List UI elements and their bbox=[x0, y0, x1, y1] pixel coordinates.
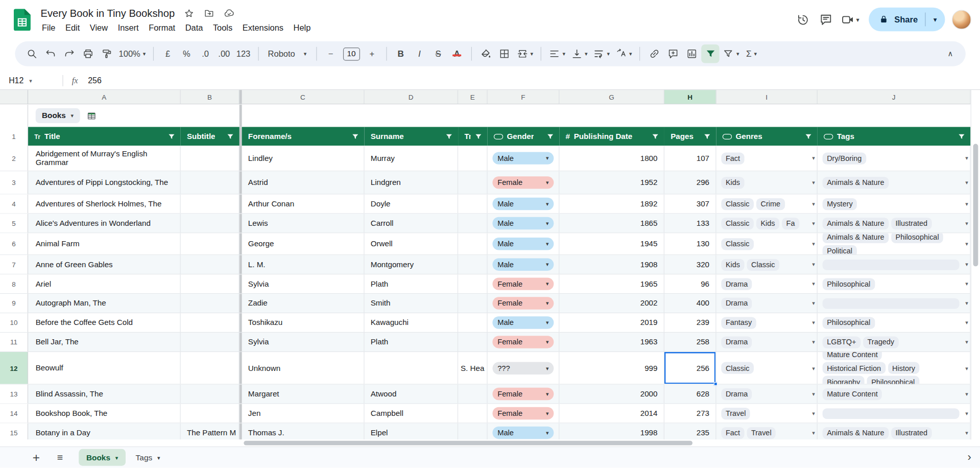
text-color-button[interactable]: A bbox=[448, 44, 466, 63]
collapse-toolbar-button[interactable]: ∧ bbox=[948, 50, 959, 58]
menu-extensions[interactable]: Extensions bbox=[237, 22, 289, 34]
cell-A9[interactable]: Autograph Man, The bbox=[28, 294, 181, 313]
gender-dropdown[interactable]: Male▾ bbox=[492, 217, 554, 229]
cell-H5[interactable]: 133 bbox=[664, 214, 716, 233]
table-column-header-pages[interactable]: Pages bbox=[664, 127, 716, 146]
cell-G11[interactable]: 1963 bbox=[559, 333, 664, 352]
cell-C4[interactable]: Arthur Conan bbox=[242, 195, 365, 214]
cell-J7[interactable]: ▾ bbox=[818, 255, 971, 274]
cell-A15[interactable]: Botany in a Day bbox=[28, 424, 181, 440]
tags-dropdown-icon[interactable]: ▾ bbox=[965, 339, 968, 345]
cell-C5[interactable]: Lewis bbox=[242, 214, 365, 233]
empty-cell[interactable] bbox=[242, 104, 971, 127]
cell-A14[interactable]: Bookshop Book, The bbox=[28, 404, 181, 423]
genres-dropdown-icon[interactable]: ▾ bbox=[812, 410, 815, 416]
cell-E5[interactable] bbox=[458, 214, 488, 233]
cell-F6[interactable]: Male▾ bbox=[488, 233, 560, 254]
cell-J9[interactable]: ▾ bbox=[818, 294, 971, 313]
gender-dropdown[interactable]: Female▾ bbox=[492, 176, 554, 189]
gender-dropdown[interactable]: Female▾ bbox=[492, 297, 554, 309]
cell-G7[interactable]: 1908 bbox=[559, 255, 664, 274]
name-box-dropdown-icon[interactable]: ▾ bbox=[29, 77, 32, 83]
cell-J11[interactable]: LGBTQ+Tragedy▾ bbox=[818, 333, 971, 352]
tags-dropdown-icon[interactable]: ▾ bbox=[965, 262, 968, 268]
row-header-15[interactable]: 15 bbox=[0, 424, 28, 440]
cell-F5[interactable]: Male▾ bbox=[488, 214, 560, 233]
cell-J13[interactable]: Mature Content▾ bbox=[818, 385, 971, 404]
column-filter-icon[interactable] bbox=[474, 132, 483, 141]
column-header-E[interactable]: E bbox=[458, 90, 488, 104]
gender-dropdown[interactable]: Male▾ bbox=[492, 427, 554, 439]
cell-I15[interactable]: FactTravel▾ bbox=[716, 424, 818, 440]
cell-D14[interactable]: Campbell bbox=[365, 404, 459, 423]
menu-insert[interactable]: Insert bbox=[113, 22, 144, 34]
genres-dropdown-icon[interactable]: ▾ bbox=[812, 430, 815, 436]
row-header-6[interactable]: 6 bbox=[0, 233, 28, 254]
gender-dropdown[interactable]: Male▾ bbox=[492, 258, 554, 270]
cell-I13[interactable]: Drama▾ bbox=[716, 385, 818, 404]
cell-E9[interactable] bbox=[458, 294, 488, 313]
cell-C7[interactable]: L. M. bbox=[242, 255, 365, 274]
fill-color-button[interactable] bbox=[476, 44, 494, 63]
increase-font-size-button[interactable]: + bbox=[363, 44, 381, 63]
cell-E4[interactable] bbox=[458, 195, 488, 214]
borders-button[interactable] bbox=[495, 44, 513, 63]
cell-J4[interactable]: Mystery▾ bbox=[818, 195, 971, 214]
column-header-H[interactable]: H bbox=[664, 90, 716, 104]
genres-dropdown-icon[interactable]: ▾ bbox=[812, 281, 815, 287]
genres-dropdown-icon[interactable]: ▾ bbox=[812, 262, 815, 268]
cell-F3[interactable]: Female▾ bbox=[488, 171, 560, 194]
cell-I6[interactable]: Classic▾ bbox=[716, 233, 818, 254]
column-filter-icon[interactable] bbox=[703, 132, 711, 141]
column-header-A[interactable]: A bbox=[28, 90, 181, 104]
cell-B3[interactable] bbox=[181, 171, 240, 194]
cell-I2[interactable]: Fact▾ bbox=[716, 146, 818, 171]
genres-dropdown-icon[interactable]: ▾ bbox=[812, 300, 815, 306]
genres-dropdown-icon[interactable]: ▾ bbox=[812, 179, 815, 185]
column-header-F[interactable]: F bbox=[488, 90, 560, 104]
gender-dropdown[interactable]: ???▾ bbox=[492, 362, 554, 374]
comments-icon[interactable] bbox=[818, 11, 834, 28]
select-all-corner[interactable] bbox=[0, 90, 28, 104]
cell-A11[interactable]: Bell Jar, The bbox=[28, 333, 181, 352]
menu-edit[interactable]: Edit bbox=[60, 22, 85, 34]
cell-G4[interactable]: 1892 bbox=[559, 195, 664, 214]
cell-E10[interactable] bbox=[458, 313, 488, 332]
table-name-chip[interactable]: Books▾ bbox=[36, 108, 80, 123]
cell-C10[interactable]: Toshikazu bbox=[242, 313, 365, 332]
genres-dropdown-icon[interactable]: ▾ bbox=[812, 155, 815, 161]
column-filter-icon[interactable] bbox=[546, 132, 555, 141]
cell-E7[interactable] bbox=[458, 255, 488, 274]
cell-A8[interactable]: Ariel bbox=[28, 274, 181, 293]
column-filter-icon[interactable] bbox=[445, 132, 453, 141]
selection-fill-handle[interactable] bbox=[714, 382, 718, 386]
column-header-D[interactable]: D bbox=[365, 90, 459, 104]
cell-D3[interactable]: Lindgren bbox=[365, 171, 459, 194]
table-column-header-publishing-date[interactable]: #Publishing Date bbox=[559, 127, 664, 146]
cell-C3[interactable]: Astrid bbox=[242, 171, 365, 194]
cell-B2[interactable] bbox=[181, 146, 240, 171]
tags-dropdown-icon[interactable]: ▾ bbox=[965, 201, 968, 207]
filter-views-button[interactable]: ▾ bbox=[720, 44, 742, 63]
cell-H14[interactable]: 273 bbox=[664, 404, 716, 423]
cell-B7[interactable] bbox=[181, 255, 240, 274]
percent-format-button[interactable]: % bbox=[178, 44, 196, 63]
text-rotation-button[interactable]: ▾ bbox=[613, 44, 634, 63]
meet-icon[interactable]: ▾ bbox=[841, 11, 859, 28]
move-folder-icon[interactable] bbox=[204, 8, 215, 19]
menu-file[interactable]: File bbox=[37, 22, 60, 34]
cell-D2[interactable]: Murray bbox=[365, 146, 459, 171]
cell-C15[interactable]: Thomas J. bbox=[242, 424, 365, 440]
cell-C12[interactable]: Unknown bbox=[242, 352, 365, 384]
cell-F9[interactable]: Female▾ bbox=[488, 294, 560, 313]
column-filter-icon[interactable] bbox=[351, 132, 360, 141]
add-sheet-button[interactable]: + bbox=[29, 451, 43, 463]
cell-J8[interactable]: Philosophical▾ bbox=[818, 274, 971, 293]
row-header-3[interactable]: 3 bbox=[0, 171, 28, 194]
cell-H11[interactable]: 258 bbox=[664, 333, 716, 352]
table-column-header-tr[interactable]: Tr bbox=[458, 127, 488, 146]
cell-B11[interactable] bbox=[181, 333, 240, 352]
cell-F2[interactable]: Male▾ bbox=[488, 146, 560, 171]
gender-dropdown[interactable]: Male▾ bbox=[492, 316, 554, 329]
cell-G3[interactable]: 1952 bbox=[559, 171, 664, 194]
